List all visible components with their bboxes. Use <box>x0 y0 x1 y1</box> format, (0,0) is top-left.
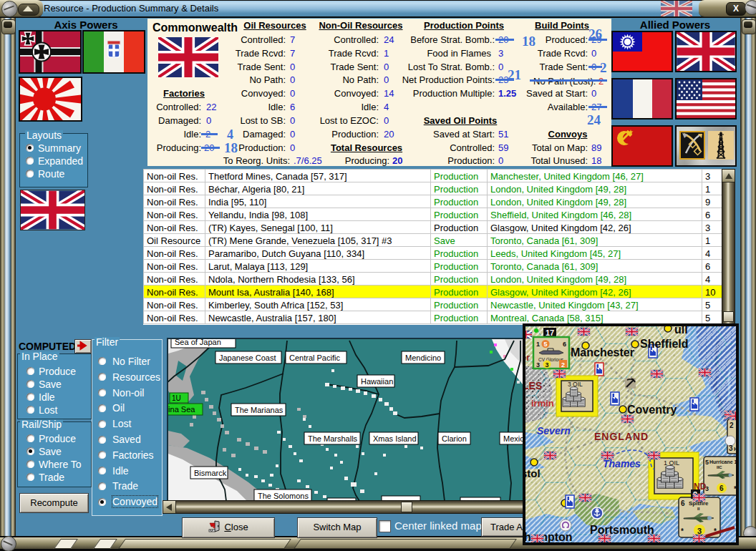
svg-text:6: 6 <box>681 499 685 507</box>
svg-text:Severn: Severn <box>537 425 571 437</box>
svg-text:ull: ull <box>674 326 688 336</box>
svg-text:stol: stol <box>525 467 541 479</box>
svg-text:1U: 1U <box>172 394 181 402</box>
svg-text:Central Pacific: Central Pacific <box>289 353 340 362</box>
svg-text:3: 3 <box>697 527 702 535</box>
svg-text:Hurricane 1: Hurricane 1 <box>709 459 736 464</box>
svg-text:Portsmouth: Portsmouth <box>590 524 654 536</box>
svg-text:ENGLAND: ENGLAND <box>594 431 649 442</box>
svg-text:ND: ND <box>694 482 707 492</box>
svg-text:2: 2 <box>561 361 565 369</box>
svg-text:Coventry: Coventry <box>627 404 677 416</box>
svg-text:Thames: Thames <box>603 458 641 469</box>
svg-text:Manchester: Manchester <box>571 346 634 359</box>
svg-text:*: * <box>734 485 736 493</box>
svg-text:The Marshalls: The Marshalls <box>308 434 358 443</box>
svg-text:3: 3 <box>546 361 549 369</box>
svg-text:IIC: IIC <box>717 465 722 469</box>
svg-text:1: 1 <box>536 341 540 348</box>
svg-text:Xmas Island: Xmas Island <box>373 434 417 443</box>
svg-text:Sea of Japan: Sea of Japan <box>175 339 221 346</box>
svg-text:Clarion: Clarion <box>442 434 467 443</box>
svg-text:5: 5 <box>705 459 709 466</box>
svg-text:H: H <box>734 446 736 452</box>
svg-text:17: 17 <box>546 328 554 337</box>
svg-text:Mendicino: Mendicino <box>405 353 441 362</box>
svg-text:*: * <box>681 527 684 535</box>
svg-text:6: 6 <box>563 341 566 348</box>
svg-text:Hawaiian: Hawaiian <box>361 377 393 386</box>
svg-text:Mexic: Mexic <box>503 434 524 443</box>
svg-text:The Solomons: The Solomons <box>258 492 309 500</box>
svg-text:hina Sea: hina Sea <box>168 405 195 414</box>
svg-text:5: 5 <box>544 341 548 348</box>
svg-text:6: 6 <box>719 484 724 492</box>
svg-text:Japanese Coast: Japanese Coast <box>219 353 276 362</box>
svg-text:2: 2 <box>730 421 734 429</box>
svg-text:The Marianas: The Marianas <box>235 406 284 414</box>
svg-text:Sheffield: Sheffield <box>640 338 689 350</box>
svg-text:LES: LES <box>525 380 542 391</box>
svg-text:Bismarck: Bismarck <box>194 469 227 477</box>
svg-text:II: II <box>697 507 700 511</box>
svg-text:3: 3 <box>536 361 540 369</box>
svg-text:3: 3 <box>729 444 733 452</box>
svg-text:er: er <box>525 352 530 363</box>
svg-text:irmin: irmin <box>531 398 554 409</box>
